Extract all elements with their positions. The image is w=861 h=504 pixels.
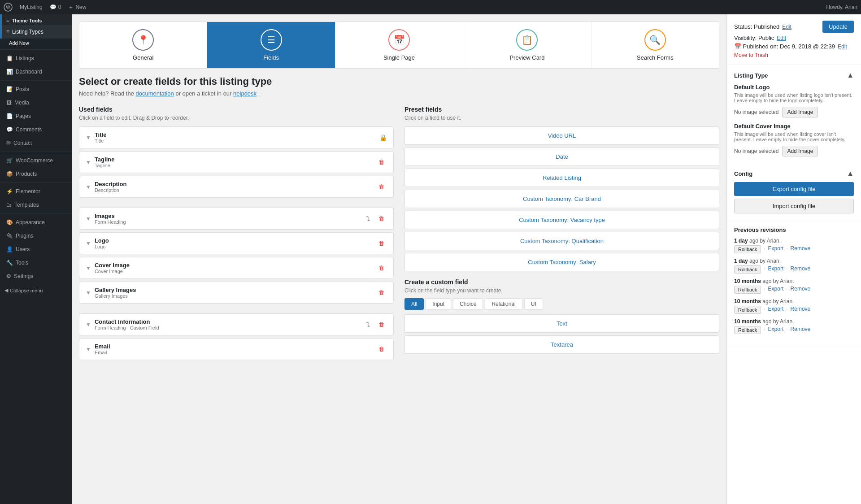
sidebar-item-plugins[interactable]: 🔌 Plugins — [0, 229, 72, 243]
filter-tab-input[interactable]: Input — [426, 298, 451, 310]
sidebar-item-elementor[interactable]: ⚡ Elementor — [0, 185, 72, 198]
sidebar-sub-add-new[interactable]: Add New — [0, 39, 72, 48]
preset-salary[interactable]: Custom Taxonomy: Salary — [404, 253, 719, 271]
field-item-images[interactable]: ▼ Images Form Heading ⇅ 🗑 — [79, 208, 394, 230]
move-contact-btn[interactable]: ⇅ — [363, 320, 373, 329]
move-to-trash-link[interactable]: Move to Trash — [734, 52, 768, 58]
comments-item[interactable]: 💬 0 — [50, 4, 61, 10]
rollback-btn-5[interactable]: Rollback — [734, 326, 761, 334]
field-item-title[interactable]: ▼ Title Title 🔒 — [79, 126, 394, 148]
sidebar-item-listing-types[interactable]: ≡ Listing Types — [0, 25, 72, 39]
preset-vacancy-type[interactable]: Custom Taxonomy: Vacancy type — [404, 211, 719, 229]
export-revision-1[interactable]: Export — [768, 245, 784, 253]
field-item-gallery-images[interactable]: ▼ Gallery Images Gallery Images 🗑 — [79, 282, 394, 304]
move-images-btn[interactable]: ⇅ — [363, 214, 373, 223]
remove-revision-1[interactable]: Remove — [791, 245, 811, 253]
delete-email-btn[interactable]: 🗑 — [376, 344, 387, 354]
tab-general[interactable]: 📍 General — [79, 22, 207, 68]
revision-item-3: 10 months ago by Arian. Rollback · Expor… — [734, 278, 854, 294]
delete-gallery-btn[interactable]: 🗑 — [376, 288, 387, 297]
tab-single-page[interactable]: 📅 Single Page — [335, 22, 463, 68]
custom-field-textarea[interactable]: Textarea — [404, 335, 719, 354]
field-item-email[interactable]: ▼ Email Email 🗑 — [79, 338, 394, 360]
sidebar-item-comments[interactable]: 💬 Comments — [0, 123, 72, 136]
export-revision-5[interactable]: Export — [768, 326, 784, 334]
remove-revision-2[interactable]: Remove — [791, 265, 811, 274]
field-item-description[interactable]: ▼ Description Description 🗑 — [79, 176, 394, 198]
delete-cover-btn[interactable]: 🗑 — [376, 263, 387, 273]
published-edit-link[interactable]: Edit — [838, 43, 847, 50]
field-item-logo[interactable]: ▼ Logo Logo 🗑 — [79, 232, 394, 254]
status-edit-link[interactable]: Edit — [782, 24, 791, 30]
filter-tab-relational[interactable]: Relational — [485, 298, 522, 310]
comments-icon: 💬 — [6, 126, 13, 133]
sidebar-item-media[interactable]: 🖼 Media — [0, 96, 72, 109]
plugins-label: Plugins — [16, 233, 33, 239]
contact-label: Contact — [13, 140, 32, 146]
sidebar-item-posts[interactable]: 📝 Posts — [0, 83, 72, 96]
revision-actions-2: Rollback · Export · Remove — [734, 265, 854, 274]
export-config-btn[interactable]: Export config file — [734, 182, 854, 196]
sidebar-item-products[interactable]: 📦 Products — [0, 167, 72, 181]
remove-revision-5[interactable]: Remove — [791, 326, 811, 334]
preset-qualification[interactable]: Custom Taxonomy: Qualification — [404, 232, 719, 250]
export-revision-4[interactable]: Export — [768, 306, 784, 314]
tab-fields[interactable]: ☰ Fields — [207, 22, 335, 68]
sidebar-item-listings[interactable]: 📋 Listings — [0, 52, 72, 65]
status-label: Status: Published — [734, 23, 779, 30]
listing-types-label: Listing Types — [12, 29, 43, 35]
sidebar-item-dashboard[interactable]: 📊 Dashboard — [0, 65, 72, 78]
doc-link[interactable]: documentation — [136, 90, 174, 97]
sidebar-item-users[interactable]: 👤 Users — [0, 243, 72, 256]
field-item-tagline[interactable]: ▼ Tagline Tagline 🗑 — [79, 151, 394, 173]
default-logo-row: No image selected Add Image — [734, 107, 854, 117]
import-config-btn[interactable]: Import config file — [734, 199, 854, 213]
sidebar-item-woocommerce[interactable]: 🛒 WooCommerce — [0, 154, 72, 167]
preset-video-url[interactable]: Video URL — [404, 126, 719, 145]
helpdesk-link[interactable]: helpdesk — [233, 90, 257, 97]
sidebar-item-contact[interactable]: ✉ Contact — [0, 136, 72, 150]
sidebar-item-tools[interactable]: 🔧 Tools — [0, 256, 72, 269]
delete-images-btn[interactable]: 🗑 — [376, 214, 387, 223]
sidebar-item-pages[interactable]: 📄 Pages — [0, 109, 72, 123]
custom-field-text[interactable]: Text — [404, 314, 719, 333]
tab-preview-card[interactable]: 📋 Preview Card — [463, 22, 591, 68]
rollback-btn-2[interactable]: Rollback — [734, 265, 761, 274]
preset-car-brand[interactable]: Custom Taxonomy: Car Brand — [404, 190, 719, 208]
listing-type-collapse-btn[interactable]: ▲ — [847, 71, 854, 79]
preset-related-listing[interactable]: Related Listing — [404, 169, 719, 187]
sidebar-item-templates[interactable]: 🗂 Templates — [0, 198, 72, 212]
filter-tab-all[interactable]: All — [404, 298, 424, 310]
sidebar-item-settings[interactable]: ⚙ Settings — [0, 269, 72, 283]
rollback-btn-1[interactable]: Rollback — [734, 245, 761, 253]
field-item-cover-image[interactable]: ▼ Cover Image Cover Image 🗑 — [79, 257, 394, 279]
new-item[interactable]: ＋ New — [68, 4, 86, 11]
add-logo-image-btn[interactable]: Add Image — [782, 107, 818, 117]
used-fields-subtitle: Click on a field to edit. Drag & Drop to… — [79, 115, 394, 121]
visibility-edit-link[interactable]: Edit — [777, 35, 786, 41]
add-cover-image-btn[interactable]: Add Image — [782, 146, 818, 156]
visibility-row: Visibility: Public Edit — [734, 35, 854, 41]
delete-tagline-btn[interactable]: 🗑 — [376, 157, 387, 167]
revisions-section-title: Previous revisions — [734, 226, 854, 233]
update-button[interactable]: Update — [822, 21, 854, 33]
rollback-btn-3[interactable]: Rollback — [734, 286, 761, 294]
site-name-item[interactable]: MyListing — [20, 4, 43, 10]
tab-search-forms[interactable]: 🔍 Search Forms — [591, 22, 719, 68]
delete-logo-btn[interactable]: 🗑 — [376, 239, 387, 248]
preset-date[interactable]: Date — [404, 148, 719, 166]
delete-description-btn[interactable]: 🗑 — [376, 182, 387, 191]
config-collapse-btn[interactable]: ▲ — [847, 169, 854, 178]
delete-contact-btn[interactable]: 🗑 — [376, 320, 387, 329]
collapse-menu-btn[interactable]: ◀ Collapse menu — [0, 283, 72, 298]
filter-tab-choice[interactable]: Choice — [453, 298, 483, 310]
sidebar-item-appearance[interactable]: 🎨 Appearance — [0, 216, 72, 229]
rollback-btn-4[interactable]: Rollback — [734, 306, 761, 314]
field-item-contact-information[interactable]: ▼ Contact Information Form Heading · Cus… — [79, 313, 394, 335]
remove-revision-3[interactable]: Remove — [791, 286, 811, 294]
wp-logo-item[interactable]: W — [4, 3, 13, 12]
filter-tab-ui[interactable]: UI — [524, 298, 543, 310]
remove-revision-4[interactable]: Remove — [791, 306, 811, 314]
export-revision-2[interactable]: Export — [768, 265, 784, 274]
export-revision-3[interactable]: Export — [768, 286, 784, 294]
